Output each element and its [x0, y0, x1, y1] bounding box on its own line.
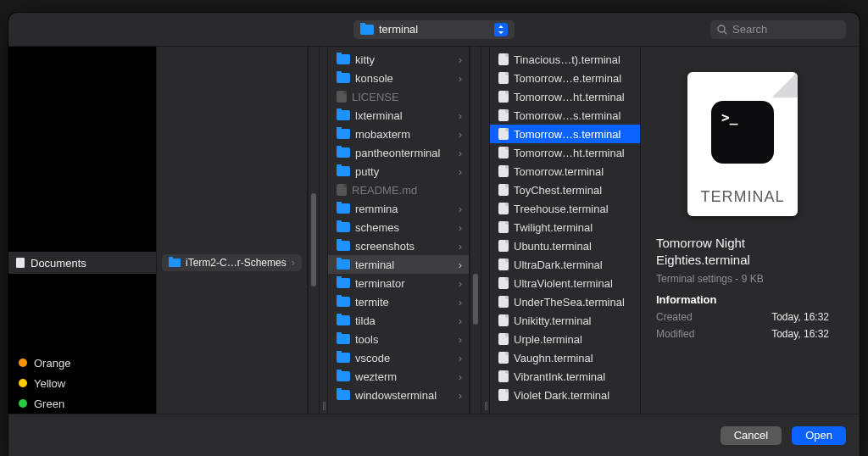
- folder-row[interactable]: tilda›: [328, 311, 469, 330]
- row-label: Tomorrow…ht.terminal: [514, 147, 633, 159]
- sidebar-item-documents-label[interactable]: Documents: [31, 257, 86, 270]
- file-icon: [498, 147, 509, 158]
- folder-row[interactable]: termite›: [328, 292, 469, 311]
- folder-icon: [337, 110, 350, 120]
- file-row[interactable]: LICENSE: [328, 87, 469, 106]
- file-row[interactable]: Unikitty.terminal: [490, 311, 640, 330]
- tag-label: Yellow: [34, 377, 65, 390]
- folder-icon: [337, 166, 350, 176]
- row-label: putty: [355, 165, 453, 178]
- files-scrollbar[interactable]: [470, 47, 481, 414]
- row-label: UltraViolent.terminal: [514, 277, 633, 290]
- cancel-button[interactable]: Cancel: [721, 426, 782, 445]
- file-icon: [498, 314, 509, 326]
- folder-icon: [337, 297, 350, 307]
- breadcrumb-chip[interactable]: iTerm2-C…r-Schemes ›: [162, 254, 302, 271]
- file-icon: [498, 389, 509, 401]
- folder-row[interactable]: wezterm›: [328, 367, 469, 386]
- file-row[interactable]: UltraViolent.terminal: [490, 274, 640, 292]
- open-button[interactable]: Open: [792, 426, 846, 445]
- chevron-right-icon: ›: [292, 257, 295, 269]
- row-label: wezterm: [355, 370, 453, 383]
- sidebar-tag[interactable]: Green: [8, 393, 156, 414]
- file-icon: [498, 277, 509, 289]
- folder-row[interactable]: pantheonterminal›: [328, 143, 469, 162]
- sidebar-tag[interactable]: Orange: [8, 353, 156, 373]
- row-label: Vaughn.terminal: [514, 352, 633, 364]
- file-icon: [498, 72, 509, 84]
- file-row[interactable]: Tomorrow.terminal: [490, 162, 640, 181]
- folder-row[interactable]: kitty›: [328, 50, 469, 69]
- folder-row[interactable]: screenshots›: [328, 236, 469, 255]
- row-label: UltraDark.terminal: [514, 259, 633, 271]
- page-fold-icon: [772, 72, 798, 97]
- folder-row[interactable]: windowsterminal›: [328, 386, 469, 404]
- file-row[interactable]: Urple.terminal: [490, 330, 640, 348]
- folder-row[interactable]: tools›: [328, 330, 469, 348]
- column-resize-handle-1[interactable]: ‖: [320, 47, 328, 414]
- search-input[interactable]: [732, 23, 860, 36]
- folder-row[interactable]: terminal›: [328, 255, 469, 274]
- row-label: terminator: [355, 277, 453, 290]
- file-row[interactable]: Twilight.terminal: [490, 218, 640, 236]
- row-label: Tinacious…t).terminal: [514, 53, 633, 66]
- row-label: UnderTheSea.terminal: [514, 296, 633, 309]
- folder-row[interactable]: vscode›: [328, 348, 469, 367]
- folder-row[interactable]: schemes›: [328, 218, 469, 236]
- file-row[interactable]: Treehouse.terminal: [490, 199, 640, 218]
- folder-icon: [360, 25, 374, 35]
- row-label: Tomorrow…s.terminal: [514, 128, 633, 141]
- scrollbar-thumb[interactable]: [473, 274, 478, 325]
- file-icon: [498, 165, 509, 177]
- file-row[interactable]: Tomorrow…s.terminal: [490, 106, 640, 125]
- folder-icon: [337, 315, 350, 325]
- row-label: Treehouse.terminal: [514, 203, 633, 215]
- sidebar-tag[interactable]: Yellow: [8, 373, 156, 393]
- row-label: ToyChest.terminal: [514, 184, 633, 197]
- folder-scrollbar[interactable]: [308, 47, 320, 414]
- folder-row[interactable]: terminator›: [328, 274, 469, 292]
- file-row[interactable]: Tomorrow…ht.terminal: [490, 143, 640, 162]
- folder-row[interactable]: remmina›: [328, 199, 469, 218]
- row-label: termite: [355, 296, 453, 309]
- tag-color-dot: [19, 399, 27, 408]
- search-field[interactable]: [710, 20, 846, 39]
- file-icon: [498, 91, 509, 103]
- folder-icon: [337, 129, 350, 139]
- file-icon: [498, 296, 509, 308]
- row-label: mobaxterm: [355, 128, 453, 141]
- file-row[interactable]: README.md: [328, 181, 469, 199]
- folder-row[interactable]: lxterminal›: [328, 106, 469, 125]
- file-row[interactable]: Tomorrow…e.terminal: [490, 69, 640, 87]
- file-row[interactable]: Tomorrow…ht.terminal: [490, 87, 640, 106]
- scrollbar-thumb[interactable]: [311, 193, 316, 286]
- row-label: screenshots: [355, 240, 453, 253]
- document-icon: [15, 257, 25, 269]
- row-label: pantheonterminal: [355, 147, 453, 159]
- file-row[interactable]: Tinacious…t).terminal: [490, 50, 640, 69]
- folder-row[interactable]: konsole›: [328, 69, 469, 87]
- file-row[interactable]: UltraDark.terminal: [490, 255, 640, 274]
- file-icon: [498, 53, 509, 65]
- file-row[interactable]: Vaughn.terminal: [490, 348, 640, 367]
- file-icon: [498, 259, 509, 270]
- chevron-right-icon: ›: [459, 314, 462, 327]
- row-label: kitty: [355, 53, 453, 66]
- files-column: Tinacious…t).terminalTomorrow…e.terminal…: [490, 47, 641, 414]
- button-bar: Cancel Open: [8, 414, 860, 456]
- svg-point-0: [718, 25, 725, 32]
- location-popup[interactable]: terminal: [353, 20, 515, 39]
- file-row[interactable]: Ubuntu.terminal: [490, 236, 640, 255]
- folder-row[interactable]: mobaxterm›: [328, 125, 469, 143]
- tag-label: Orange: [34, 357, 70, 370]
- preview-modified-key: Modified: [656, 328, 694, 340]
- file-row[interactable]: Tomorrow…s.terminal: [490, 125, 640, 143]
- file-row[interactable]: Violet Dark.terminal: [490, 386, 640, 404]
- file-row[interactable]: ToyChest.terminal: [490, 181, 640, 199]
- file-row[interactable]: VibrantInk.terminal: [490, 367, 640, 386]
- folder-row[interactable]: putty›: [328, 162, 469, 181]
- chevron-right-icon: ›: [459, 165, 462, 178]
- sidebar-tags: OrangeYellowGreen: [8, 353, 156, 414]
- column-resize-handle-2[interactable]: ‖: [481, 47, 490, 414]
- file-row[interactable]: UnderTheSea.terminal: [490, 292, 640, 311]
